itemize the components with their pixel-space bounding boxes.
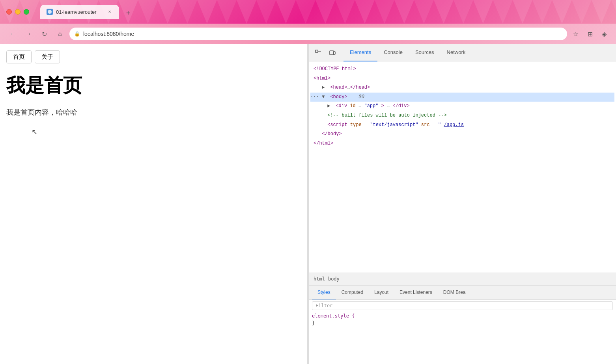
reload-button[interactable]: ↻ <box>38 28 50 40</box>
about-nav-button[interactable]: 关于 <box>35 50 60 63</box>
dom-html-open: <html> <box>310 74 614 84</box>
tab-bar: 01-learnvuerouter × + <box>40 5 134 19</box>
tab-sources[interactable]: Sources <box>409 44 441 61</box>
dom-head-collapsed[interactable]: ▶ <head>…</head> <box>310 83 614 93</box>
dom-html-close: </html> <box>310 139 614 149</box>
new-tab-button[interactable]: + <box>122 7 134 19</box>
dom-breakpoints-tab[interactable]: DOM Brea <box>438 286 471 300</box>
dom-body-close: </body> <box>310 130 614 139</box>
device-toolbar-icon[interactable] <box>326 46 339 59</box>
main-area: 首页 关于 ↖ 我是首页 我是首页内容，哈哈哈 <box>0 44 616 364</box>
home-icon: ⌂ <box>58 30 62 37</box>
back-button[interactable]: ← <box>6 28 19 40</box>
tab-title: 01-learnvuerouter <box>56 9 103 15</box>
computed-tab[interactable]: Computed <box>336 286 369 300</box>
forward-button[interactable]: → <box>22 28 35 40</box>
qr-icon[interactable]: ⊞ <box>584 28 595 39</box>
reload-icon: ↻ <box>42 30 47 38</box>
tab-elements[interactable]: Elements <box>343 44 377 61</box>
minimize-button[interactable] <box>15 9 21 15</box>
dom-expand-div-icon[interactable]: ▶ <box>327 102 333 111</box>
css-rule-close: } <box>312 320 613 326</box>
svg-point-0 <box>48 10 52 14</box>
devtools-panel: Elements Console Sources Network <!DO <box>308 44 616 364</box>
tab-favicon <box>47 9 53 15</box>
devtools-breadcrumb: html body <box>309 273 616 285</box>
address-text: localhost:8080/home <box>83 31 562 37</box>
devtools-bottom-panel: Styles Computed Layout Event Listeners D… <box>309 285 616 364</box>
close-button[interactable] <box>6 9 12 15</box>
tab-network[interactable]: Network <box>441 44 472 61</box>
dom-expand-head-icon[interactable]: ▶ <box>322 84 327 92</box>
breadcrumb-html[interactable]: html <box>314 276 325 282</box>
active-tab[interactable]: 01-learnvuerouter × <box>40 5 119 19</box>
breadcrumb-body[interactable]: body <box>328 276 340 282</box>
dom-tree[interactable]: <!DOCTYPE html> <html> ▶ <head>…</head> … <box>309 61 616 273</box>
dom-comment: <!-- built files will be auto injected -… <box>310 111 614 121</box>
svg-rect-4 <box>334 52 335 54</box>
devtools-toolbar: Elements Console Sources Network <box>309 44 616 61</box>
script-src-link[interactable]: /app.js <box>444 122 463 128</box>
forward-icon: → <box>25 30 32 37</box>
devtools-bottom-tabs: Styles Computed Layout Event Listeners D… <box>309 286 616 300</box>
home-nav-button[interactable]: 首页 <box>6 50 32 63</box>
mouse-cursor: ↖ <box>32 128 37 136</box>
nav-bar: ← → ↻ ⌂ 🔒 localhost:8080/home ☆ ⊞ ◈ <box>0 24 616 44</box>
styles-panel: Filter element.style { } <box>309 300 616 364</box>
nav-right-icons: ☆ ⊞ ◈ <box>570 28 610 39</box>
tab-console[interactable]: Console <box>377 44 409 61</box>
svg-rect-1 <box>315 50 318 52</box>
title-bar: 01-learnvuerouter × + <box>0 0 616 24</box>
event-listeners-tab[interactable]: Event Listeners <box>394 286 438 300</box>
dom-script: <script type = "text/javascript" src = "… <box>310 121 614 130</box>
styles-tab[interactable]: Styles <box>312 286 336 300</box>
page-heading: 我是首页 <box>0 70 307 104</box>
tab-close-button[interactable]: × <box>106 9 113 15</box>
home-button[interactable]: ⌂ <box>54 28 66 40</box>
maximize-button[interactable] <box>24 9 29 15</box>
svg-rect-3 <box>330 51 334 55</box>
dom-body-line[interactable]: ··· ▼ <body> == $0 <box>310 93 614 102</box>
back-icon: ← <box>9 30 16 37</box>
inspect-element-icon[interactable] <box>312 46 325 59</box>
lock-icon: 🔒 <box>74 31 80 37</box>
dom-div-app[interactable]: ▶ <div id = "app" > … </div> <box>310 102 614 111</box>
page-nav: 首页 关于 <box>0 44 307 70</box>
address-bar[interactable]: 🔒 localhost:8080/home <box>69 28 567 40</box>
dom-doctype: <!DOCTYPE html> <box>310 65 614 74</box>
bookmark-icon[interactable]: ☆ <box>570 28 581 39</box>
dom-collapse-body-icon[interactable]: ▼ <box>322 93 327 102</box>
traffic-lights <box>6 9 29 15</box>
page-body-text: 我是首页内容，哈哈哈 <box>0 104 307 120</box>
profile-icon[interactable]: ◈ <box>599 28 610 39</box>
filter-bar: Filter <box>312 301 613 310</box>
layout-tab[interactable]: Layout <box>369 286 394 300</box>
devtools-tabs: Elements Console Sources Network <box>343 44 472 61</box>
css-element-rule: element.style { <box>312 313 613 319</box>
page-content: 首页 关于 ↖ 我是首页 我是首页内容，哈哈哈 <box>0 44 307 364</box>
